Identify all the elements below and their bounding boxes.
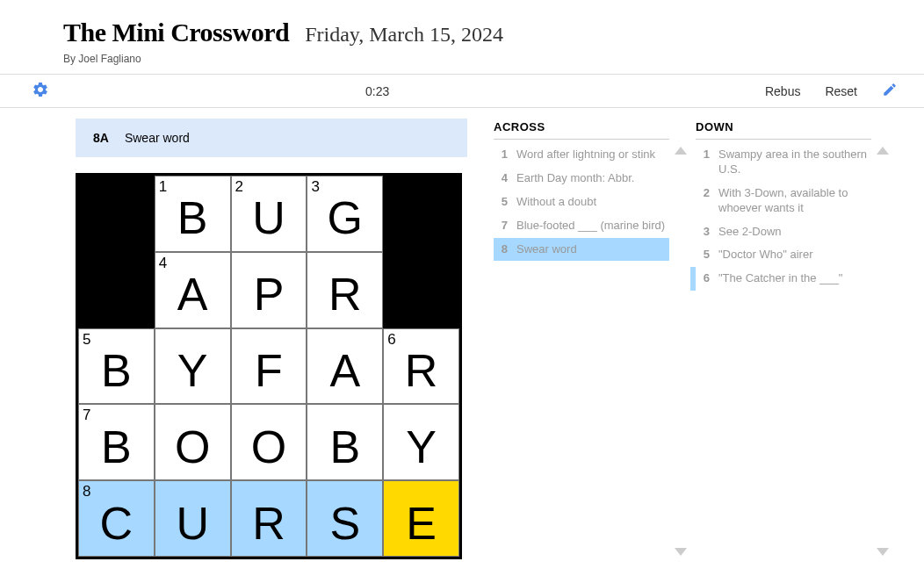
clue-text: See 2-Down: [718, 225, 868, 240]
cell-letter: P: [232, 253, 307, 328]
cell[interactable]: U: [155, 480, 231, 557]
reset-button[interactable]: Reset: [825, 84, 857, 98]
cell-black: [78, 252, 155, 328]
cell[interactable]: Y: [155, 328, 231, 405]
clue-number: 5: [495, 195, 508, 210]
puzzle-date: Friday, March 15, 2024: [305, 23, 503, 47]
cell[interactable]: 7B: [78, 404, 155, 480]
cell-letter: B: [307, 405, 382, 479]
toolbar: 0:23 Rebus Reset: [0, 74, 924, 108]
down-list: 1Swampy area in the southern U.S.2With 3…: [696, 143, 871, 556]
crossword-grid[interactable]: 1B2U3G4APR5BYFA6R7BOOBY8CURSE: [76, 173, 462, 559]
down-clues: DOWN 1Swampy area in the southern U.S.2W…: [696, 119, 871, 559]
clue-number: 5: [697, 248, 710, 263]
clue-number: 7: [495, 219, 508, 234]
cell-letter: Y: [384, 405, 458, 479]
pencil-icon[interactable]: [882, 82, 898, 100]
clue-text: "The Catcher in the ___": [718, 271, 868, 286]
clue-text: Blue-footed ___ (marine bird): [516, 219, 666, 234]
cell-letter: Y: [155, 329, 230, 404]
clue[interactable]: 5Without a doubt: [494, 191, 669, 214]
cell[interactable]: R: [231, 480, 307, 557]
clue[interactable]: 1Swampy area in the southern U.S.: [696, 143, 871, 182]
cell[interactable]: O: [231, 404, 307, 480]
cell-letter: A: [155, 253, 230, 328]
current-clue-bar: 8A Swear word: [76, 119, 467, 157]
cell-letter: G: [307, 176, 382, 251]
cell[interactable]: 1B: [155, 176, 231, 252]
current-clue-text: Swear word: [125, 131, 190, 145]
clue-number: 3: [697, 225, 710, 240]
clue[interactable]: 7Blue-footed ___ (marine bird): [494, 214, 669, 238]
cell-letter: B: [155, 176, 230, 251]
clue[interactable]: 1Word after lightning or stink: [494, 143, 669, 167]
cell-letter: U: [155, 481, 230, 556]
cell[interactable]: F: [231, 328, 307, 405]
clue[interactable]: 5"Doctor Who" airer: [696, 243, 871, 267]
clue-text: Without a doubt: [516, 195, 666, 210]
clue[interactable]: 3See 2-Down: [696, 220, 871, 244]
cell-letter: R: [232, 481, 307, 556]
cell-black: [383, 252, 459, 328]
cell-letter: O: [232, 405, 307, 479]
byline: By Joel Fagliano: [63, 53, 861, 65]
cell-letter: C: [79, 481, 154, 556]
scroll-up-icon[interactable]: [877, 147, 889, 155]
cell[interactable]: 6R: [383, 328, 459, 405]
cell[interactable]: 8C: [78, 480, 155, 557]
cell-letter: O: [155, 405, 230, 479]
clue-text: Word after lightning or stink: [516, 148, 666, 162]
clue-number: 8: [495, 242, 508, 257]
cell-letter: R: [384, 329, 458, 404]
clue-number: 2: [697, 186, 710, 216]
cell-letter: U: [232, 176, 307, 251]
cell[interactable]: 4A: [155, 252, 231, 328]
clue-number: 6: [697, 271, 710, 286]
clue-text: Earth Day month: Abbr.: [516, 171, 666, 186]
cell-black: [383, 176, 459, 252]
clue-text: "Doctor Who" airer: [718, 248, 868, 263]
cell[interactable]: B: [307, 404, 383, 480]
across-list: 1Word after lightning or stink4Earth Day…: [494, 143, 669, 556]
cell-black: [78, 176, 155, 252]
across-clues: ACROSS 1Word after lightning or stink4Ea…: [494, 119, 669, 559]
cell[interactable]: 5B: [78, 328, 155, 405]
current-clue-number: 8A: [93, 131, 109, 145]
clue-number: 4: [495, 171, 508, 186]
across-heading: ACROSS: [494, 120, 669, 140]
cell[interactable]: 2U: [231, 176, 307, 252]
cell-letter: B: [79, 405, 154, 479]
timer[interactable]: 0:23: [365, 84, 389, 98]
cell-letter: R: [307, 253, 382, 328]
cell[interactable]: Y: [383, 404, 459, 480]
scroll-up-icon[interactable]: [675, 147, 687, 155]
clue-number: 1: [495, 148, 508, 162]
cell-letter: B: [79, 329, 154, 404]
scroll-down-icon[interactable]: [877, 548, 889, 556]
cell-letter: F: [232, 329, 307, 404]
cell[interactable]: E: [383, 480, 459, 557]
clue[interactable]: 6"The Catcher in the ___": [690, 267, 871, 291]
cell[interactable]: R: [307, 252, 383, 328]
cell-letter: A: [307, 329, 382, 404]
clue-number: 1: [697, 148, 710, 177]
cell-letter: E: [384, 481, 458, 556]
cell-letter: S: [307, 481, 382, 556]
clue[interactable]: 8Swear word: [494, 238, 669, 262]
header: The Mini Crossword Friday, March 15, 202…: [0, 0, 924, 74]
cell[interactable]: S: [307, 480, 383, 557]
cell[interactable]: A: [307, 328, 383, 405]
clue-text: Swampy area in the southern U.S.: [718, 148, 868, 177]
rebus-button[interactable]: Rebus: [765, 84, 800, 98]
clue[interactable]: 2With 3-Down, available to whoever wants…: [696, 182, 871, 220]
cell[interactable]: O: [155, 404, 231, 480]
settings-icon[interactable]: [32, 87, 49, 101]
cell[interactable]: 3G: [307, 176, 383, 252]
clue[interactable]: 4Earth Day month: Abbr.: [494, 167, 669, 191]
scroll-down-icon[interactable]: [675, 548, 687, 556]
main: 8A Swear word 1B2U3G4APR5BYFA6R7BOOBY8CU…: [0, 108, 924, 568]
clue-text: Swear word: [516, 242, 666, 257]
clue-text: With 3-Down, available to whoever wants …: [718, 186, 868, 216]
cell[interactable]: P: [231, 252, 307, 328]
page-title: The Mini Crossword: [63, 18, 289, 47]
